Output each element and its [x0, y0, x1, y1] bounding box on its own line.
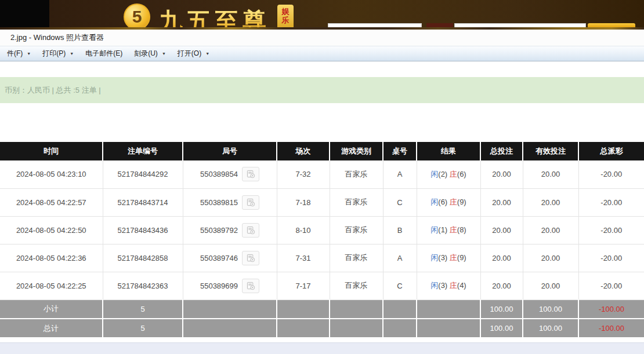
casino-entertainment-badge: 娱乐 [277, 5, 294, 27]
result-banker: 庄 [450, 170, 457, 178]
casino-logo-text: 九五至尊 [159, 6, 270, 27]
header-game-type: 游戏类别 [330, 142, 383, 160]
table-header-row: 时间 注单编号 局号 场次 游戏类别 桌号 结果 总投注 有效投注 总派彩 [0, 142, 644, 160]
login-small-button[interactable] [426, 23, 453, 27]
table-row: 2024-08-05 04:22:25 521784842363 5503896… [0, 272, 644, 300]
login-username-field[interactable] [328, 23, 422, 27]
cell-result: 闲(3) 庄(9) [417, 244, 480, 272]
cell-game-type: 百家乐 [330, 272, 383, 300]
subtotal-empty [417, 300, 480, 319]
subtotal-empty [183, 300, 277, 319]
cell-total-bet: 20.00 [480, 244, 523, 272]
table-row: 2024-08-05 04:22:57 521784843714 5503898… [0, 188, 644, 216]
white-gap-top [0, 61, 644, 77]
cell-time: 2024-08-05 04:22:36 [0, 244, 103, 272]
result-banker-score: (6) [457, 170, 466, 178]
cell-game-type: 百家乐 [330, 160, 383, 188]
video-file-icon [247, 254, 255, 262]
subtotal-payout: -100.00 [578, 300, 644, 319]
total-empty [383, 319, 417, 338]
cell-table-no: A [383, 244, 417, 272]
result-player-score: (2) [438, 170, 447, 178]
cell-total-bet: 20.00 [480, 160, 523, 188]
cell-session: 7-31 [277, 244, 330, 272]
result-banker: 庄 [450, 281, 457, 290]
round-number: 550389699 [200, 282, 238, 290]
banner-black-box [0, 0, 49, 27]
result-player: 闲 [430, 281, 438, 290]
replay-video-button[interactable] [242, 223, 259, 238]
menu-open-label: 打开(O) [178, 49, 201, 59]
cell-session: 7-18 [277, 188, 330, 216]
result-player: 闲 [430, 225, 438, 234]
result-banker-score: (9) [457, 253, 466, 262]
cell-session: 7-17 [277, 272, 330, 300]
cell-result: 闲(6) 庄(9) [417, 188, 480, 216]
casino-banner: 5 九五至尊 娱乐 [0, 0, 644, 27]
total-empty [277, 319, 330, 338]
round-number: 550389815 [200, 198, 238, 207]
cell-time: 2024-08-05 04:22:50 [0, 216, 103, 244]
header-total-bet: 总投注 [480, 142, 523, 160]
cell-valid-bet: 20.00 [523, 216, 578, 244]
menu-file[interactable]: 件(F) ▼ [1, 46, 37, 61]
menu-email-label: 电子邮件(E) [85, 49, 122, 59]
header-bet-id: 注单编号 [103, 142, 183, 160]
cell-valid-bet: 20.00 [523, 160, 578, 188]
cell-time: 2024-08-05 04:23:10 [0, 160, 103, 188]
video-file-icon [247, 198, 255, 207]
result-player-score: (3) [438, 281, 447, 290]
photo-viewer-menubar: 件(F) ▼ 打印(P) ▼ 电子邮件(E) 刻录(U) ▼ 打开(O) ▼ [0, 46, 644, 61]
replay-video-button[interactable] [242, 279, 259, 293]
cell-game-type: 百家乐 [330, 216, 383, 244]
cell-session: 8-10 [277, 216, 330, 244]
total-payout: -100.00 [578, 319, 644, 338]
currency-info-text: 币别：人民币 | 总共 :5 注单 | [5, 85, 101, 96]
cell-result: 闲(1) 庄(8) [417, 216, 480, 244]
round-number: 550389792 [200, 226, 238, 235]
total-total-bet: 100.00 [480, 319, 523, 338]
subtotal-empty [277, 300, 330, 319]
result-banker-score: (8) [457, 225, 466, 234]
cell-payout: -20.00 [578, 160, 644, 188]
cell-total-bet: 20.00 [480, 216, 523, 244]
result-player-score: (6) [438, 198, 447, 206]
round-number: 550389854 [200, 170, 238, 178]
total-empty [330, 319, 383, 338]
login-password-field[interactable] [454, 23, 586, 27]
replay-video-button[interactable] [242, 167, 259, 181]
cell-total-bet: 20.00 [480, 188, 523, 216]
menu-open[interactable]: 打开(O) ▼ [172, 46, 215, 61]
result-banker: 庄 [450, 225, 457, 234]
replay-video-button[interactable] [242, 251, 259, 265]
subtotal-valid-bet: 100.00 [523, 300, 578, 319]
cell-bet-id: 521784842858 [103, 244, 183, 272]
menu-print[interactable]: 打印(P) ▼ [37, 46, 79, 61]
chevron-down-icon: ▼ [70, 52, 74, 56]
total-label: 总计 [0, 319, 103, 338]
cell-total-bet: 20.00 [480, 272, 523, 300]
badge-label: 娱乐 [281, 7, 290, 24]
cell-time: 2024-08-05 04:22:25 [0, 272, 103, 300]
login-gold-button[interactable] [588, 23, 635, 27]
cell-payout: -20.00 [578, 244, 644, 272]
window-title: 2.jpg - Windows 照片查看器 [10, 32, 104, 43]
menu-burn[interactable]: 刻录(U) ▼ [128, 46, 172, 61]
cell-payout: -20.00 [578, 188, 644, 216]
total-count: 5 [103, 319, 183, 338]
menu-burn-label: 刻录(U) [134, 49, 158, 59]
header-time: 时间 [0, 142, 103, 160]
total-valid-bet: 100.00 [523, 319, 578, 338]
chevron-down-icon: ▼ [162, 52, 166, 56]
replay-video-button[interactable] [242, 195, 259, 210]
subtotal-empty [330, 300, 383, 319]
header-result: 结果 [417, 142, 480, 160]
result-player: 闲 [430, 198, 438, 206]
header-payout: 总派彩 [578, 142, 644, 160]
cell-time: 2024-08-05 04:22:57 [0, 188, 103, 216]
total-empty [183, 319, 277, 338]
cell-table-no: A [383, 160, 417, 188]
cell-valid-bet: 20.00 [523, 272, 578, 300]
menu-email[interactable]: 电子邮件(E) [79, 46, 128, 61]
header-table-no: 桌号 [383, 142, 417, 160]
